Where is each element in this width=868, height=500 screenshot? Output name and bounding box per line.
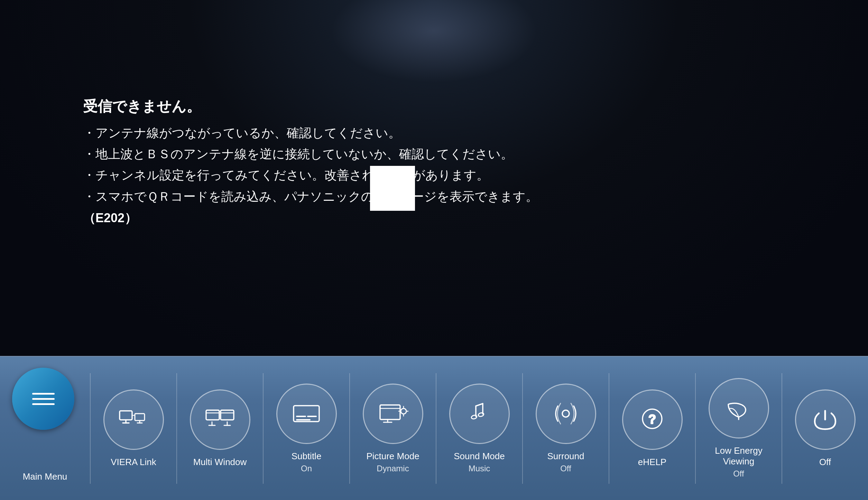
subtitle-icon <box>276 384 337 444</box>
menu-line-2 <box>32 398 55 400</box>
svg-rect-50 <box>120 411 132 420</box>
svg-point-83 <box>562 410 569 417</box>
svg-rect-39 <box>409 185 412 187</box>
low-energy-status: Off <box>733 469 744 479</box>
ehelp-label: eHELP <box>638 457 666 468</box>
nav-item-picture-mode[interactable]: Picture Mode Dynamic <box>350 377 436 480</box>
main-menu-button[interactable]: Main Menu <box>0 368 90 489</box>
error-message-block: 受信できません。 ・アンテナ線がつながっているか、確認してください。 ・地上波と… <box>83 97 538 227</box>
svg-text:?: ? <box>648 412 656 426</box>
hamburger-icon <box>29 388 57 409</box>
multi-window-icon <box>190 389 250 450</box>
low-energy-label: Low Energy Viewing <box>699 445 778 467</box>
qr-code <box>370 166 415 211</box>
picture-mode-icon <box>363 384 423 444</box>
nav-item-sound-mode[interactable]: Sound Mode Music <box>436 377 522 480</box>
error-line-3: ・チャンネル設定を行ってみてください。改善される場合があります。 <box>83 164 538 186</box>
picture-mode-status: Dynamic <box>377 464 409 473</box>
picture-mode-label: Picture Mode <box>366 451 419 462</box>
nav-item-ehelp[interactable]: ? eHELP <box>609 383 695 474</box>
svg-point-81 <box>471 415 477 419</box>
subtitle-status: On <box>301 464 312 473</box>
svg-rect-6 <box>401 173 407 179</box>
ehelp-icon: ? <box>622 389 683 450</box>
svg-rect-49 <box>409 201 412 205</box>
svg-rect-57 <box>206 410 219 420</box>
svg-rect-69 <box>380 405 400 419</box>
menu-line-3 <box>32 403 55 405</box>
error-line-1: ・アンテナ線がつながっているか、確認してください。 <box>83 122 538 143</box>
nav-bar: Main Menu VIERA Link <box>0 356 868 500</box>
multi-window-label: Multi Window <box>193 457 247 468</box>
svg-point-82 <box>478 412 484 417</box>
surround-icon <box>536 384 596 444</box>
subtitle-label: Subtitle <box>292 451 322 462</box>
svg-rect-3 <box>378 173 384 179</box>
nav-item-off[interactable]: Off <box>782 383 868 474</box>
svg-rect-9 <box>378 197 384 203</box>
off-label: Off <box>819 457 831 468</box>
nav-item-viera-link[interactable]: VIERA Link <box>91 383 176 474</box>
tv-screen: 受信できません。 ・アンテナ線がつながっているか、確認してください。 ・地上波と… <box>0 0 868 356</box>
error-code: （E202） <box>83 210 538 227</box>
error-body: ・アンテナ線がつながっているか、確認してください。 ・地上波とＢＳのアンテナ線を… <box>83 122 538 207</box>
svg-rect-42 <box>409 195 412 197</box>
surround-status: Off <box>560 464 571 473</box>
svg-rect-53 <box>135 414 145 421</box>
low-energy-icon <box>709 378 769 438</box>
error-line-4: ・スマホでＱＲコードを読み込み、パナソニックの説明ページを表示できます。 <box>83 186 538 207</box>
nav-item-surround[interactable]: Surround Off <box>523 377 609 480</box>
sound-mode-icon <box>449 384 510 444</box>
nav-item-multi-window[interactable]: Multi Window <box>177 383 263 474</box>
svg-rect-58 <box>221 410 234 420</box>
viera-link-label: VIERA Link <box>111 457 156 468</box>
error-line-2: ・地上波とＢＳのアンテナ線を逆に接続していないか、確認してください。 <box>83 143 538 164</box>
off-icon <box>795 389 856 450</box>
viera-link-icon <box>103 389 164 450</box>
surround-label: Surround <box>547 451 584 462</box>
nav-item-low-energy[interactable]: Low Energy Viewing Off <box>696 371 782 485</box>
error-title: 受信できません。 <box>83 97 538 116</box>
svg-point-73 <box>401 408 406 414</box>
sound-mode-label: Sound Mode <box>454 451 505 462</box>
menu-line-1 <box>32 393 55 395</box>
main-menu-label: Main Menu <box>23 471 67 482</box>
sound-mode-status: Music <box>469 464 490 473</box>
nav-item-subtitle[interactable]: Subtitle On <box>264 377 349 480</box>
svg-line-80 <box>476 404 483 406</box>
main-menu-circle[interactable] <box>12 368 74 430</box>
